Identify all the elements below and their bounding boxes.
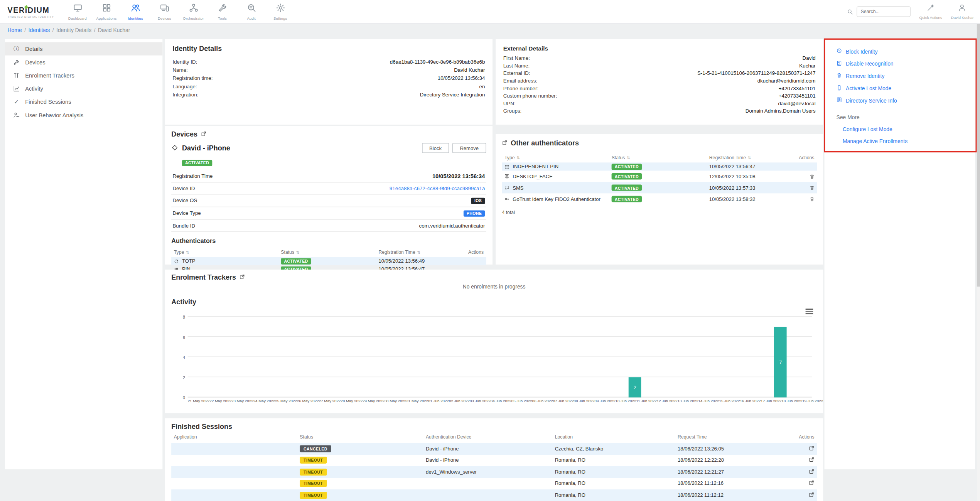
x-axis-label: 30 May 2022 [385,399,407,403]
quick-actions-button[interactable]: Quick Actions [919,3,942,19]
search-icon[interactable] [847,6,853,17]
action-label: Block Identity [846,48,878,54]
sidebar: ⓘ Details Devices Enrolment Trackers Act… [5,39,162,469]
sort-icon: ⇅ [516,155,520,160]
tracker-bars-icon [13,72,20,78]
nav-item-applications[interactable]: Applications [92,0,121,23]
sidebar-item-activity[interactable]: Activity [5,82,162,95]
nav-item-dashboard[interactable]: Dashboard [63,0,92,23]
device-type-badge: PHONE [464,210,485,216]
column-header-status[interactable]: Status⇅ [281,250,378,255]
delete-authenticator-button[interactable] [809,183,815,192]
disable-recognition-button[interactable]: Disable Recognition [837,60,964,67]
nav-item-audit[interactable]: Audit [237,0,266,23]
open-session-icon[interactable] [809,492,815,499]
device-id-link[interactable]: 91e4a88a-c672-4c88-9fd9-ccac9899ca1a [390,186,485,191]
user-menu[interactable]: David Kuchar [951,3,974,19]
other-authenticators-title: Other authenticators [511,139,579,147]
configure-lost-mode-link[interactable]: Configure Lost Mode [843,126,964,132]
nav-item-settings[interactable]: Settings [266,0,295,23]
trash-icon [837,73,842,79]
chart-menu-icon[interactable] [806,307,813,315]
search-input[interactable] [856,6,910,17]
expand-icon[interactable] [239,273,245,281]
column-header-registration-time[interactable]: Registration Time⇅ [378,250,467,255]
remove-device-button[interactable]: Remove [452,143,486,153]
breadcrumb-identities[interactable]: Identities [29,27,50,33]
activity-title: Activity [171,298,196,305]
authenticators-table-header: Type⇅ Status⇅ Registration Time⇅ Actions [171,248,486,257]
column-header-registration-time[interactable]: Registration Time⇅ [709,155,798,161]
field-label: Registration time: [172,74,213,83]
sidebar-item-details[interactable]: ⓘ Details [5,42,162,55]
expand-icon[interactable] [502,139,508,147]
field-external-id: External ID: S-1-5-21-410015106-20637112… [503,70,816,78]
breadcrumb-home[interactable]: Home [8,27,22,33]
remove-identity-button[interactable]: Remove Identity [837,73,964,79]
open-session-icon[interactable] [809,480,815,487]
expand-icon[interactable] [201,130,206,138]
session-device: dev1_Windows_server [426,469,555,475]
registration-time: 10/05/2022 13:56:47 [709,164,798,170]
block-device-button[interactable]: Block [422,143,449,153]
field-value: en [479,83,485,91]
x-axis-label: 19 Jun 2022 [802,399,823,403]
delete-authenticator-button[interactable] [809,172,815,181]
see-more-label[interactable]: See More [837,114,964,120]
delete-authenticator-button[interactable] [809,194,815,204]
keypad-icon [504,164,509,169]
column-header-type[interactable]: Type⇅ [174,250,281,255]
sidebar-item-enrolment-trackers[interactable]: Enrolment Trackers [5,69,162,82]
vertical-scrollbar[interactable] [977,24,980,501]
x-axis-label: 02 Jun 2022 [449,399,470,403]
sidebar-item-user-behavior-analysis[interactable]: User Behavior Analysis [5,108,162,121]
column-header-status[interactable]: Status⇅ [612,155,709,161]
nav-item-tools[interactable]: Tools [208,0,237,23]
session-device: David - iPhone [426,457,555,463]
scrollbar-thumb[interactable] [977,24,980,287]
activate-lost-mode-button[interactable]: Activate Lost Mode [837,85,964,92]
sidebar-item-finished-sessions[interactable]: ✓ Finished Sessions [5,95,162,108]
open-session-icon[interactable] [809,457,815,464]
session-location: Romania, RO [555,493,678,498]
nav-item-orchestrator[interactable]: Orchestrator [179,0,208,23]
registration-time: 10/05/2022 13:57:33 [709,185,798,191]
x-axis-label: 21 May 2022 [188,399,210,403]
x-axis-label: 15 Jun 2022 [719,399,740,403]
session-request-time: 18/06/2022 11:12:16 [678,481,781,486]
x-axis-label: 28 May 2022 [341,399,363,403]
sidebar-item-label: User Behavior Analysis [25,112,83,118]
info-icon: ⓘ [13,45,20,53]
sort-icon: ⇅ [627,155,630,160]
block-identity-button[interactable]: Block Identity [837,48,964,55]
column-header-authentication-device: Authentication Device [426,434,555,440]
field-label: Language: [172,83,197,91]
nav-item-devices[interactable]: Devices [150,0,179,23]
device-os-badge: IOS [471,197,485,204]
quick-actions-label: Quick Actions [919,15,942,19]
behavior-pulse-icon [13,112,20,118]
gridline [188,336,812,337]
open-session-icon[interactable] [809,469,815,476]
breadcrumb-separator: / [94,27,96,33]
other-authenticators-table: INDEPENDENT PIN ACTIVATED 10/05/2022 13:… [502,162,817,204]
session-status-badge: TIMEOUT [300,492,327,499]
nav-item-identities[interactable]: Identities [121,0,150,23]
directory-service-info-button[interactable]: Directory Service Info [837,97,964,104]
x-axis-label: 16 Jun 2022 [740,399,761,403]
device-field-label: Bundle ID [172,223,195,228]
registration-time: 12/05/2022 10:35:08 [709,174,798,179]
nav-item-label: Identities [128,16,143,20]
manage-active-enrollments-link[interactable]: Manage Active Enrollments [843,138,964,144]
x-axis-label: 12 Jun 2022 [657,399,678,403]
column-header-type[interactable]: Type⇅ [504,155,612,161]
x-axis-label: 29 May 2022 [363,399,385,403]
session-location: Romania, RO [555,457,678,463]
sidebar-item-devices[interactable]: Devices [5,56,162,69]
field-integration: Integration: Directory Service Integrati… [172,91,485,99]
brand-logo[interactable]: VERIDIUM TRUSTED DIGITAL IDENTITY [8,5,57,18]
open-session-icon[interactable] [809,445,815,452]
external-details-panel: External Details First Name: David Last … [496,39,823,125]
field-label: Name: [172,66,187,74]
field-label: Last Name: [503,62,530,70]
